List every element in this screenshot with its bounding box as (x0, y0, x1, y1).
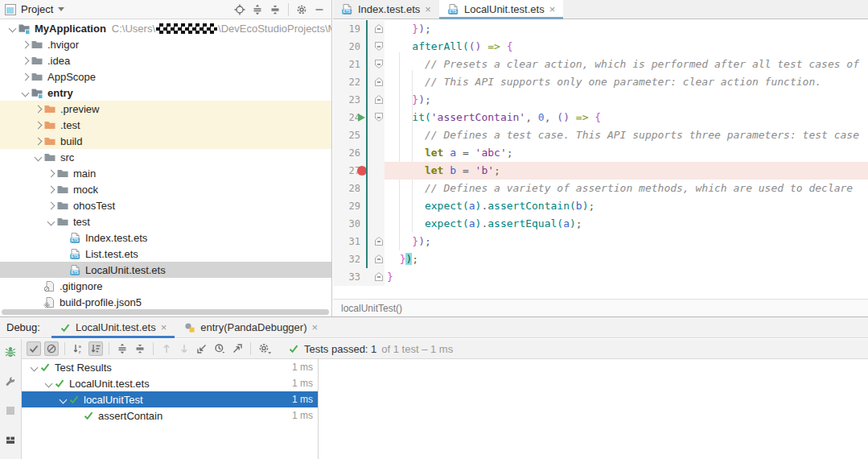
chevron-right-icon[interactable] (32, 106, 43, 112)
folder-gray-icon (56, 216, 69, 227)
gutter[interactable]: 21 (333, 56, 385, 73)
svg-text:z: z (79, 349, 81, 354)
tree-item--hvigor[interactable]: .hvigor (0, 36, 331, 52)
expand-all-button[interactable] (250, 2, 265, 17)
close-icon[interactable]: × (161, 322, 167, 333)
sort-duration-button[interactable] (88, 341, 103, 356)
bug-button[interactable] (2, 344, 19, 360)
chevron-down-icon[interactable] (57, 397, 68, 403)
test-result-localunit-test-ets[interactable]: LocalUnit.test.ets1 ms (22, 375, 318, 391)
close-icon[interactable]: × (311, 322, 318, 333)
fold-marker-icon[interactable] (375, 95, 383, 104)
collapse-all-button[interactable] (133, 341, 147, 356)
chevron-down-icon[interactable] (32, 155, 43, 160)
editor-tab-localunit-test-ets[interactable]: ETSLocalUnit.test.ets× (439, 0, 563, 19)
tree-item--gitignore[interactable]: .gitignore (0, 278, 331, 294)
gutter[interactable]: 24 (333, 109, 385, 126)
gutter[interactable]: 33 (333, 268, 385, 286)
settings-button[interactable] (294, 2, 309, 17)
chevron-right-icon[interactable] (45, 187, 56, 192)
tree-item-build[interactable]: build (0, 133, 331, 149)
chevron-right-icon[interactable] (32, 122, 43, 128)
debug-tab-localunit-test-ets[interactable]: LocalUnit.test.ets× (51, 317, 175, 337)
fold-marker-icon[interactable] (375, 42, 383, 51)
test-duration: 1 ms (292, 394, 313, 405)
tree-item-mock[interactable]: mock (0, 181, 331, 197)
collapse-all-button[interactable] (268, 2, 282, 17)
tree-item-appscope[interactable]: AppScope (0, 68, 331, 85)
fold-marker-icon[interactable] (375, 60, 383, 68)
settings-caret-button[interactable] (257, 341, 274, 356)
close-icon[interactable]: × (425, 4, 431, 14)
close-icon[interactable]: × (549, 4, 556, 14)
stop-square-button[interactable] (3, 403, 18, 418)
sort-alpha-button[interactable]: az (71, 341, 85, 356)
code-area[interactable]: 19 });20 afterAll(() => {21 // Presets a… (333, 20, 868, 286)
gutter[interactable]: 25 (333, 126, 385, 144)
tree-item-main[interactable]: main (0, 165, 331, 181)
tree-item--idea[interactable]: .idea (0, 52, 331, 68)
tree-item-build-profile-json5[interactable]: build-profile.json5 (0, 294, 331, 308)
hide-panel-button[interactable] (312, 2, 327, 17)
check-button[interactable] (27, 341, 41, 356)
chevron-down-icon[interactable] (45, 219, 56, 225)
test-result-assertcontain[interactable]: assertContain1 ms (22, 407, 318, 424)
wrench-button[interactable] (3, 374, 18, 389)
arrow-down-button[interactable] (177, 341, 191, 356)
expand-all-button[interactable] (115, 341, 130, 356)
chevron-right-icon[interactable] (19, 74, 31, 80)
circle-slash-button[interactable] (44, 341, 59, 356)
test-result-label: localUnitTest (84, 394, 143, 406)
chevron-right-icon[interactable] (32, 139, 43, 144)
test-result-localunittest[interactable]: localUnitTest1 ms (22, 391, 318, 407)
gutter[interactable]: 31 (333, 233, 385, 250)
tree-item-myapplication[interactable]: MyApplicationC:\Users\\DevEcoStudioProje… (0, 20, 331, 36)
tree-item--test[interactable]: .test (0, 117, 331, 133)
fold-marker-icon[interactable] (375, 77, 383, 86)
chevron-right-icon[interactable] (19, 42, 31, 48)
gutter[interactable]: 20 (333, 38, 385, 56)
tree-item-ohostest[interactable]: ohosTest (0, 197, 331, 213)
fold-marker-icon[interactable] (375, 272, 383, 281)
tree-item-src[interactable]: src (0, 149, 331, 165)
tree-item-index-test-ets[interactable]: ETSIndex.test.ets (0, 229, 331, 246)
editor-tab-index-test-ets[interactable]: ETSIndex.test.ets× (333, 0, 439, 19)
tree-item-list-test-ets[interactable]: ETSList.test.ets (0, 246, 331, 262)
gutter[interactable]: 26 (333, 144, 385, 162)
gutter[interactable]: 23 (333, 91, 385, 109)
tree-item-test[interactable]: test (0, 213, 331, 229)
tree-item--preview[interactable]: .preview (0, 101, 331, 117)
gutter[interactable]: 30 (333, 215, 385, 233)
gutter[interactable]: 27 (333, 162, 385, 180)
test-result-test-results[interactable]: Test Results1 ms (22, 359, 318, 375)
gutter[interactable]: 29 (333, 197, 385, 215)
locate-button[interactable] (232, 2, 247, 17)
export-button[interactable] (230, 341, 245, 356)
gutter[interactable]: 28 (333, 180, 385, 197)
chevron-right-icon[interactable] (45, 171, 56, 176)
chevron-down-icon[interactable] (43, 381, 54, 387)
fold-marker-icon[interactable] (375, 113, 383, 122)
chevron-down-icon[interactable] (6, 26, 18, 31)
chevron-down-icon[interactable] (58, 7, 64, 11)
chevron-down-icon[interactable] (19, 90, 31, 96)
debug-console-area[interactable] (319, 359, 868, 459)
tree-item-localunit-test-ets[interactable]: ETSLocalUnit.test.ets (0, 262, 331, 278)
gutter[interactable]: 32 (333, 250, 385, 268)
project-panel-title[interactable]: Project (21, 3, 53, 15)
fold-marker-icon[interactable] (375, 237, 383, 246)
chevron-down-icon[interactable] (28, 365, 39, 370)
horizontal-scrollbar[interactable] (2, 309, 329, 315)
chevron-right-icon[interactable] (45, 203, 56, 209)
debug-tab-entry-pandadebugger-[interactable]: entry(PandaDebugger)× (176, 317, 326, 337)
gutter[interactable]: 22 (333, 73, 385, 91)
history-button[interactable] (212, 341, 227, 356)
tree-item-entry[interactable]: entry (0, 85, 331, 101)
layout-button[interactable] (3, 432, 18, 447)
gutter[interactable]: 19 (333, 20, 385, 38)
fold-marker-icon[interactable] (375, 254, 383, 263)
import-button[interactable] (195, 341, 209, 356)
arrow-up-button[interactable] (159, 341, 174, 356)
fold-marker-icon[interactable] (375, 24, 383, 33)
chevron-right-icon[interactable] (19, 58, 31, 64)
